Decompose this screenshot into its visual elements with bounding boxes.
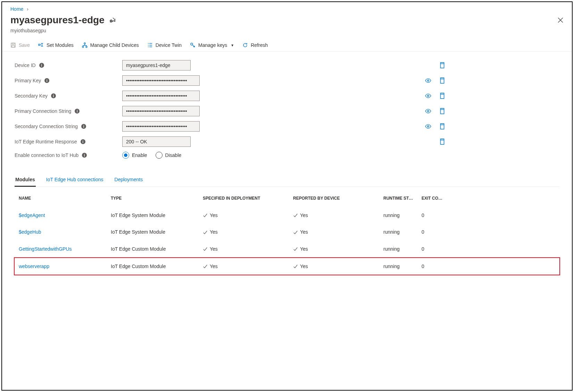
info-icon[interactable]: i [75,109,80,114]
set-modules-icon [38,42,44,48]
toolbar: Save Set Modules Manage Child Devices De… [2,39,572,52]
th-exit[interactable]: EXIT CO… [422,196,449,201]
svg-point-15 [427,126,429,127]
enable-label: Enable [132,152,147,158]
table-row[interactable]: $edgeAgentIoT Edge System ModuleYesYesru… [15,207,559,224]
modules-table: NAME TYPE SPECIFIED IN DEPLOYMENT REPORT… [15,190,559,275]
secondary-key-label: Secondary Key i [15,93,122,99]
copy-icon[interactable] [439,62,445,68]
device-id-input[interactable] [122,60,191,70]
module-name-link[interactable]: $edgeAgent [19,212,45,218]
tab-connections[interactable]: IoT Edge Hub connections [45,173,104,186]
pin-icon[interactable] [109,17,116,23]
device-id-label: Device ID i [15,62,122,68]
set-modules-label: Set Modules [47,42,74,48]
svg-rect-10 [441,79,444,83]
svg-rect-12 [441,94,444,99]
close-icon[interactable] [557,17,564,23]
table-row[interactable]: GettingStartedwithGPUsIoT Edge Custom Mo… [15,241,559,257]
module-rep: Yes [293,264,383,269]
hierarchy-icon [82,42,88,48]
module-name-link[interactable]: webserverapp [19,264,49,269]
th-spec[interactable]: SPECIFIED IN DEPLOYMENT [203,196,293,201]
module-type: IoT Edge System Module [111,229,203,235]
disable-label: Disable [165,152,182,158]
subtitle: myiothubasegpu [2,28,572,39]
svg-point-6 [86,46,87,48]
disable-radio[interactable]: Disable [156,152,182,159]
device-twin-label: Device Twin [156,42,182,48]
info-icon[interactable]: i [81,139,85,144]
svg-rect-8 [441,64,444,68]
manage-child-label: Manage Child Devices [90,42,139,48]
table-row[interactable]: webserverappIoT Edge Custom ModuleYesYes… [14,257,560,275]
module-type: IoT Edge Custom Module [111,264,203,269]
module-exit: 0 [422,246,449,252]
eye-icon[interactable] [425,108,431,114]
info-icon[interactable]: i [39,63,44,68]
breadcrumb: Home › [2,2,572,15]
svg-rect-16 [441,125,444,129]
th-rep[interactable]: REPORTED BY DEVICE [293,196,383,201]
th-run[interactable]: RUNTIME ST… [383,196,422,201]
info-icon[interactable]: i [82,153,87,158]
copy-icon[interactable] [439,108,445,114]
tab-deployments[interactable]: Deployments [114,173,144,186]
module-runtime: running [383,229,422,235]
module-runtime: running [383,246,422,252]
secondary-conn-label: Secondary Connection String i [15,124,122,129]
list-icon [147,42,153,48]
eye-icon[interactable] [425,123,431,130]
svg-point-5 [82,46,84,48]
runtime-response-input[interactable] [122,136,191,147]
module-runtime: running [383,264,422,269]
svg-rect-17 [441,140,444,144]
module-rep: Yes [293,212,383,218]
table-row[interactable]: $edgeHubIoT Edge System ModuleYesYesrunn… [15,224,559,240]
svg-rect-1 [12,43,14,44]
manage-child-button[interactable]: Manage Child Devices [82,42,139,48]
svg-point-11 [427,95,429,97]
th-type[interactable]: TYPE [111,196,203,201]
info-icon[interactable]: i [44,78,49,83]
module-name-link[interactable]: GettingStartedwithGPUs [19,246,72,252]
primary-key-label: Primary Key i [15,78,122,83]
refresh-button[interactable]: Refresh [242,42,268,48]
eye-icon[interactable] [425,77,431,84]
copy-icon[interactable] [439,93,445,99]
tabs: Modules IoT Edge Hub connections Deploym… [15,173,559,187]
key-icon [190,42,196,48]
eye-icon[interactable] [425,93,431,99]
svg-point-13 [427,110,429,112]
page-title: myasegpures1-edge [10,15,105,26]
copy-icon[interactable] [439,123,445,130]
module-name-link[interactable]: $edgeHub [19,229,41,235]
primary-key-input[interactable] [122,75,200,86]
module-spec: Yes [203,264,293,269]
copy-icon[interactable] [439,77,445,84]
svg-rect-3 [39,44,40,45]
primary-conn-input[interactable] [122,106,200,116]
manage-keys-button[interactable]: Manage keys ▼ [190,42,234,48]
copy-icon[interactable] [439,139,445,145]
secondary-conn-input[interactable] [122,121,200,132]
module-spec: Yes [203,212,293,218]
device-twin-button[interactable]: Device Twin [147,42,182,48]
enable-radio[interactable]: Enable [122,152,147,159]
breadcrumb-home[interactable]: Home [10,6,23,12]
save-button: Save [10,42,30,48]
module-rep: Yes [293,246,383,252]
info-icon[interactable]: i [81,124,86,129]
primary-conn-label: Primary Connection String i [15,108,122,114]
tab-modules[interactable]: Modules [15,173,36,186]
set-modules-button[interactable]: Set Modules [38,42,74,48]
chevron-right-icon: › [27,6,28,12]
secondary-key-input[interactable] [122,91,200,101]
module-type: IoT Edge System Module [111,212,203,218]
save-label: Save [19,42,30,48]
th-name[interactable]: NAME [19,196,111,201]
manage-keys-label: Manage keys [198,42,227,48]
info-icon[interactable]: i [51,93,56,98]
module-exit: 0 [422,229,449,235]
module-type: IoT Edge Custom Module [111,246,203,252]
